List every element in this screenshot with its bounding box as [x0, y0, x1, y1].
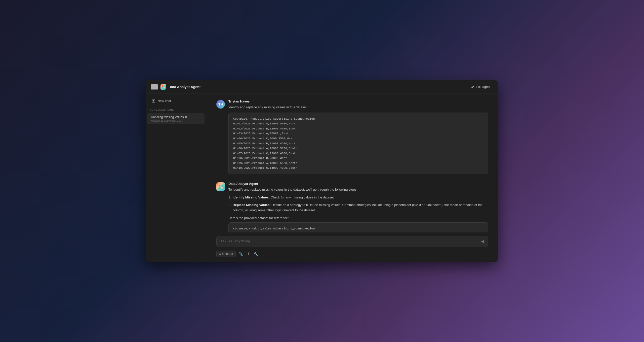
input-area: ≡ General 📎 ℹ 🔧 [206, 232, 498, 262]
user-message: TH Tristan Hayes Identify and replace an… [216, 99, 488, 174]
general-label: General [222, 252, 233, 256]
chat-area: TH Tristan Hayes Identify and replace an… [206, 93, 498, 262]
info-icon: ℹ [248, 252, 249, 256]
info-button[interactable]: ℹ [247, 251, 250, 257]
conversation-title: Handling Missing Values in ... [151, 115, 201, 119]
step-1-content: Identify Missing Values: Check for any m… [233, 195, 335, 200]
conversation-item[interactable]: Handling Missing Values in ... Monday 23… [147, 113, 205, 124]
agent-code-block: CopyDate,Product,Sales,Advertising_Spend… [228, 222, 488, 232]
conversations-section-label: CONVERSATIONS [146, 109, 206, 113]
agent-message: Data Analyst Agent To identify and repla… [216, 182, 488, 232]
svg-rect-7 [219, 187, 220, 189]
svg-rect-2 [162, 87, 163, 88]
top-bar: Data Analyst Agent Edit agent [146, 80, 498, 93]
attach-icon: 📎 [239, 252, 243, 256]
agent-avatar [216, 182, 225, 191]
top-bar-left: Data Analyst Agent [151, 84, 200, 90]
user-message-text: Identify and replace any missing values … [228, 105, 488, 110]
app-window: Data Analyst Agent Edit agent New chat C… [146, 80, 498, 262]
sidebar-toggle-button[interactable] [151, 84, 158, 90]
step-2-label: Replace Missing Values: [233, 203, 271, 207]
app-title: Data Analyst Agent [169, 85, 200, 89]
svg-rect-8 [221, 187, 223, 189]
main-layout: New chat CONVERSATIONS Handling Missing … [146, 93, 498, 262]
edit-agent-button[interactable]: Edit agent [468, 83, 493, 90]
step-item-1: 1. Identify Missing Values: Check for an… [228, 195, 488, 200]
step-2-content: Replace Missing Values: Decide on a stra… [233, 202, 488, 213]
general-lines-icon: ≡ [219, 252, 221, 256]
tools-icon: 🔧 [254, 252, 258, 256]
step-1-text: Check for any missing values in the data… [271, 195, 335, 199]
step-item-2: 2. Replace Missing Values: Decide on a s… [228, 202, 488, 213]
messages-container: TH Tristan Hayes Identify and replace an… [206, 93, 498, 232]
input-wrapper [216, 236, 488, 248]
tools-button[interactable]: 🔧 [252, 251, 259, 257]
new-chat-label: New chat [157, 99, 171, 103]
edit-icon [471, 85, 474, 89]
svg-rect-5 [219, 185, 220, 186]
user-name: Tristan Hayes [228, 99, 488, 103]
step-2-number: 2. [228, 202, 231, 213]
agent-intro-text: To identify and replace missing values i… [228, 187, 488, 192]
svg-rect-6 [221, 185, 223, 186]
edit-agent-label: Edit agent [476, 85, 491, 89]
new-chat-button[interactable]: New chat [148, 97, 204, 105]
new-chat-icon [151, 99, 155, 103]
send-button[interactable] [480, 240, 485, 245]
chat-input[interactable] [216, 236, 488, 247]
svg-rect-3 [164, 87, 165, 88]
general-button[interactable]: ≡ General [216, 251, 236, 257]
toolbar-row: ≡ General 📎 ℹ 🔧 [216, 251, 488, 257]
sidebar: New chat CONVERSATIONS Handling Missing … [146, 93, 206, 262]
send-icon [480, 240, 485, 244]
agent-name: Data Analyst Agent [228, 182, 488, 186]
user-avatar: TH [216, 100, 225, 109]
ref-text: Here's the provided dataset for referenc… [228, 216, 488, 220]
steps-list: 1. Identify Missing Values: Check for an… [228, 195, 488, 213]
step-1-label: Identify Missing Values: [233, 195, 270, 199]
user-message-content: Tristan Hayes Identify and replace any m… [228, 99, 488, 174]
app-icon [160, 84, 166, 90]
svg-rect-1 [164, 85, 165, 87]
user-code-block: CopyDate,Product,Sales,Advertising_Spend… [228, 113, 488, 174]
conversation-date: Monday 23 September 2024 [151, 119, 201, 122]
agent-message-content: Data Analyst Agent To identify and repla… [228, 182, 488, 232]
svg-rect-0 [162, 85, 163, 87]
step-1-number: 1. [228, 195, 231, 200]
attach-button[interactable]: 📎 [238, 251, 245, 257]
